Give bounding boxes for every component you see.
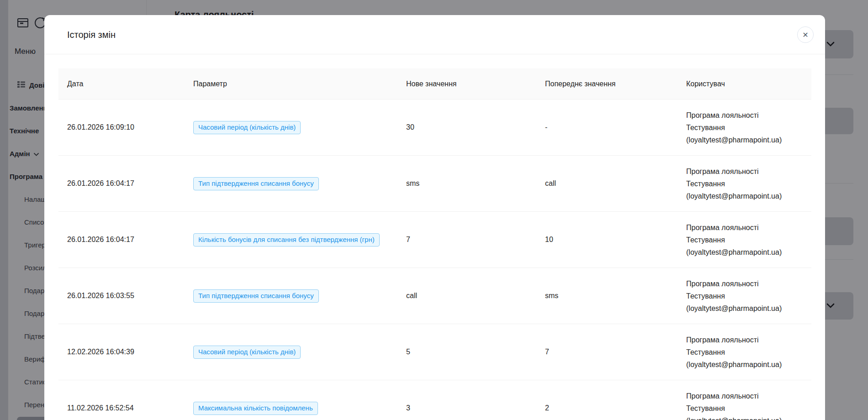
cell-parameter: Максимальна кількість повідомлень <box>193 402 406 415</box>
modal-title: Історія змін <box>67 29 116 40</box>
cell-user: Програма лояльності Тестування (loyaltyt… <box>686 334 804 371</box>
column-header-0: Дата <box>67 80 193 88</box>
parameter-badge: Кількість бонусів для списання без підтв… <box>193 233 380 247</box>
column-header-2: Нове значення <box>406 80 545 88</box>
table-row-2: 26.01.2026 16:04:17Кількість бонусів для… <box>58 212 811 268</box>
cell-parameter: Часовий період (кількість днів) <box>193 121 406 134</box>
close-icon[interactable]: ✕ <box>797 26 814 43</box>
cell-date: 26.01.2026 16:09:10 <box>67 123 193 131</box>
cell-new-value: call <box>406 292 545 300</box>
cell-previous-value: call <box>545 179 686 188</box>
cell-previous-value: sms <box>545 292 686 300</box>
history-table: ДатаПараметрНове значенняПопереднє значе… <box>58 68 811 420</box>
cell-date: 12.02.2026 16:04:39 <box>67 348 193 356</box>
cell-user: Програма лояльності Тестування (loyaltyt… <box>686 165 804 202</box>
cell-new-value: 7 <box>406 236 545 244</box>
cell-parameter: Кількість бонусів для списання без підтв… <box>193 233 406 247</box>
cell-date: 26.01.2026 16:03:55 <box>67 292 193 300</box>
cell-user: Програма лояльності Тестування (loyaltyt… <box>686 109 804 146</box>
column-header-1: Параметр <box>193 80 406 88</box>
cell-new-value: 30 <box>406 123 545 131</box>
table-row-0: 26.01.2026 16:09:10Часовий період (кільк… <box>58 100 811 156</box>
table-body: 26.01.2026 16:09:10Часовий період (кільк… <box>58 100 811 420</box>
modal-body: ДатаПараметрНове значенняПопереднє значе… <box>44 54 825 420</box>
table-row-4: 12.02.2026 16:04:39Часовий період (кільк… <box>58 324 811 380</box>
cell-previous-value: 7 <box>545 348 686 356</box>
table-header-row: ДатаПараметрНове значенняПопереднє значе… <box>58 68 811 100</box>
cell-new-value: 3 <box>406 404 545 412</box>
cell-previous-value: 10 <box>545 236 686 244</box>
cell-user: Програма лояльності Тестування (loyaltyt… <box>686 278 804 315</box>
parameter-badge: Тип підтвердження списання бонусу <box>193 289 319 303</box>
change-history-modal: Історія змін ✕ ДатаПараметрНове значення… <box>44 15 825 420</box>
parameter-badge: Часовий період (кількість днів) <box>193 121 301 134</box>
cell-parameter: Часовий період (кількість днів) <box>193 346 406 359</box>
cell-parameter: Тип підтвердження списання бонусу <box>193 289 406 303</box>
cell-new-value: sms <box>406 179 545 188</box>
parameter-badge: Часовий період (кількість днів) <box>193 346 301 359</box>
modal-header: Історія змін ✕ <box>44 15 825 54</box>
column-header-4: Користувач <box>686 80 804 88</box>
cell-new-value: 5 <box>406 348 545 356</box>
cell-user: Програма лояльності Тестування (loyaltyt… <box>686 221 804 258</box>
cell-date: 26.01.2026 16:04:17 <box>67 236 193 244</box>
table-row-1: 26.01.2026 16:04:17Тип підтвердження спи… <box>58 156 811 212</box>
cell-previous-value: - <box>545 123 686 131</box>
cell-date: 26.01.2026 16:04:17 <box>67 179 193 188</box>
cell-parameter: Тип підтвердження списання бонусу <box>193 177 406 190</box>
table-row-5: 11.02.2026 16:52:54Максимальна кількість… <box>58 380 811 420</box>
parameter-badge: Максимальна кількість повідомлень <box>193 402 318 415</box>
table-row-3: 26.01.2026 16:03:55Тип підтвердження спи… <box>58 268 811 324</box>
parameter-badge: Тип підтвердження списання бонусу <box>193 177 319 190</box>
cell-user: Програма лояльності Тестування (loyaltyt… <box>686 390 804 420</box>
column-header-3: Попереднє значення <box>545 80 686 88</box>
cell-date: 11.02.2026 16:52:54 <box>67 404 193 412</box>
cell-previous-value: 2 <box>545 404 686 412</box>
